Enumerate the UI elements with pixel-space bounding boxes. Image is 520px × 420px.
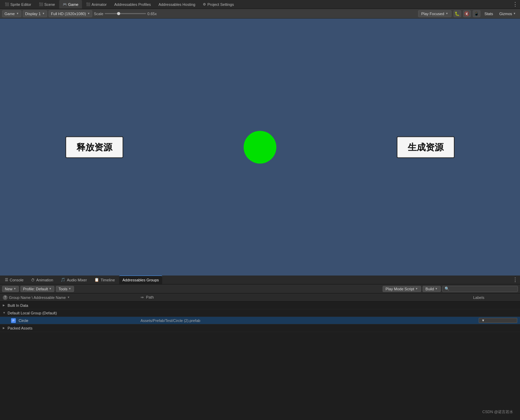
help-icon[interactable]: ?: [3, 295, 8, 300]
play-focused-button[interactable]: Play Focused ▼: [418, 10, 451, 17]
tab-console[interactable]: ☰ Console: [1, 276, 27, 284]
profile-arrow: ▼: [49, 287, 52, 290]
labels-dropdown[interactable]: ▼: [479, 318, 517, 323]
scale-slider[interactable]: [105, 13, 146, 14]
device-icon: 📱: [474, 11, 479, 16]
table-row[interactable]: ▶ Packed Assets: [0, 324, 520, 332]
tab-audio-mixer[interactable]: 🎵 Audio Mixer: [57, 276, 90, 284]
tab-sprite-editor[interactable]: ⬛ Sprite Editor: [1, 0, 35, 9]
play-mode-script-button[interactable]: Play Mode Script ▼: [383, 286, 421, 292]
tab-bar-right: ⋮: [512, 1, 519, 8]
bottom-more-button[interactable]: ⋮: [512, 277, 519, 283]
row-path-circle: Assets/Prefab/Test/Circle (2).prefab: [139, 319, 477, 323]
tree-arrow-built-in[interactable]: ▶: [3, 304, 6, 307]
audio-mixer-icon: 🎵: [61, 278, 65, 282]
bottom-tab-bar: ☰ Console ⏱ Animation 🎵 Audio Mixer 📋 Ti…: [0, 276, 520, 284]
stats-button[interactable]: Stats: [482, 10, 495, 17]
labels-dropdown-arrow: ▼: [481, 319, 485, 322]
audio-mute-button[interactable]: 🔇: [463, 10, 471, 17]
attribution: CSDN @诺言若水: [482, 409, 513, 414]
tree-arrow-packed[interactable]: ▶: [3, 326, 6, 330]
audio-icon: 🔇: [464, 11, 469, 16]
table-row[interactable]: ▼ Default Local Group (Default): [0, 309, 520, 317]
display1-dropdown[interactable]: Display 1 ▼: [23, 10, 47, 17]
tab-project-settings[interactable]: ⚙ Project Settings: [199, 0, 237, 9]
tab-animation[interactable]: ⏱ Animation: [28, 276, 56, 284]
animator-icon: ⬛: [86, 2, 90, 6]
col-header-path: ⇒ Path: [139, 295, 472, 300]
tab-timeline[interactable]: 📋 Timeline: [91, 276, 118, 284]
addr-table-body: ▶ Built In Data ▼ Default Local Group (D…: [0, 302, 520, 420]
row-name-packed-assets: ▶ Packed Assets: [1, 326, 139, 330]
game-dropdown-arrow: ▼: [16, 12, 19, 15]
game-toolbar: Game ▼ Display 1 ▼ Full HD (1920x1080) ▼…: [0, 9, 520, 19]
tree-arrow-default-local[interactable]: ▼: [3, 311, 6, 314]
tab-more-button[interactable]: ⋮: [512, 1, 519, 8]
tools-arrow: ▼: [69, 287, 71, 290]
row-name-circle: P Circle: [1, 318, 139, 323]
search-icon: 🔍: [445, 287, 449, 291]
bug-icon: 🐛: [455, 11, 460, 16]
scale-container: Scale 0.65x: [94, 12, 156, 16]
row-name-built-in: ▶ Built In Data: [1, 303, 139, 308]
console-icon: ☰: [5, 278, 8, 282]
row-name-default-local: ▼ Default Local Group (Default): [1, 311, 139, 315]
release-button[interactable]: 释放资源: [65, 136, 123, 158]
search-input[interactable]: [450, 287, 516, 291]
addr-toolbar-right: Play Mode Script ▼ Build ▼ 🔍: [383, 286, 518, 292]
bottom-tab-right: ⋮: [512, 277, 519, 283]
timeline-icon: 📋: [94, 278, 99, 282]
addressables-toolbar: New ▼ Profile: Default ▼ Tools ▼ Play Mo…: [0, 284, 520, 293]
tab-animator[interactable]: ⬛ Animator: [83, 0, 110, 9]
scale-thumb[interactable]: [117, 12, 120, 15]
device-simulator-button[interactable]: 📱: [473, 10, 480, 17]
tab-addressables-groups[interactable]: Addressables Groups: [119, 276, 163, 284]
col-header-name: ? Group Name \ Addressable Name ▼: [1, 295, 139, 300]
scene-icon: ⬛: [39, 2, 43, 6]
animation-icon: ⏱: [31, 278, 35, 282]
green-circle: [244, 131, 277, 163]
gizmos-button[interactable]: Gizmos ▼: [497, 10, 518, 17]
play-focused-arrow: ▼: [446, 12, 448, 15]
generate-button[interactable]: 生成资源: [397, 136, 455, 158]
table-row[interactable]: ▶ Built In Data: [0, 302, 520, 309]
game-viewport: 释放资源 生成资源: [0, 19, 520, 276]
profile-dropdown[interactable]: Profile: Default ▼: [20, 286, 54, 292]
path-icon: ⇒: [141, 295, 144, 299]
tab-game[interactable]: 🎮 Game: [59, 0, 82, 9]
tab-addressables-hosting[interactable]: Addressables Hosting: [155, 0, 199, 9]
build-arrow: ▼: [435, 287, 438, 290]
play-mode-arrow: ▼: [415, 287, 418, 290]
table-row[interactable]: P Circle Assets/Prefab/Test/Circle (2).p…: [0, 317, 520, 324]
col-header-labels: Labels: [472, 295, 513, 300]
tab-scene[interactable]: ⬛ Scene: [35, 0, 59, 9]
display1-arrow: ▼: [42, 12, 45, 15]
toolbar-right: Play Focused ▼ 🐛 🔇 📱 Stats Gizmos ▼: [418, 10, 518, 17]
prefab-icon: P: [11, 318, 16, 323]
gizmos-arrow: ▼: [513, 12, 516, 15]
bug-icon-button[interactable]: 🐛: [454, 10, 461, 17]
new-arrow: ▼: [13, 287, 16, 290]
game-dropdown[interactable]: Game ▼: [2, 10, 21, 17]
resolution-dropdown[interactable]: Full HD (1920x1080) ▼: [49, 10, 92, 17]
settings-icon: ⚙: [203, 2, 206, 6]
new-button[interactable]: New ▼: [2, 286, 19, 292]
tab-addressables-profiles[interactable]: Addressables Profiles: [111, 0, 154, 9]
game-icon: 🎮: [63, 2, 67, 6]
top-tab-bar: ⬛ Sprite Editor ⬛ Scene 🎮 Game ⬛ Animato…: [0, 0, 520, 9]
row-labels-circle: ▼: [477, 318, 519, 323]
sprite-editor-icon: ⬛: [5, 2, 9, 6]
addr-table-header: ? Group Name \ Addressable Name ▼ ⇒ Path…: [0, 293, 520, 302]
search-box[interactable]: 🔍: [442, 286, 518, 292]
resolution-arrow: ▼: [87, 12, 90, 15]
bottom-panel: ☰ Console ⏱ Animation 🎵 Audio Mixer 📋 Ti…: [0, 276, 520, 420]
tools-dropdown[interactable]: Tools ▼: [56, 286, 74, 292]
build-button[interactable]: Build ▼: [423, 286, 441, 292]
sort-name-icon: ▼: [67, 296, 70, 299]
